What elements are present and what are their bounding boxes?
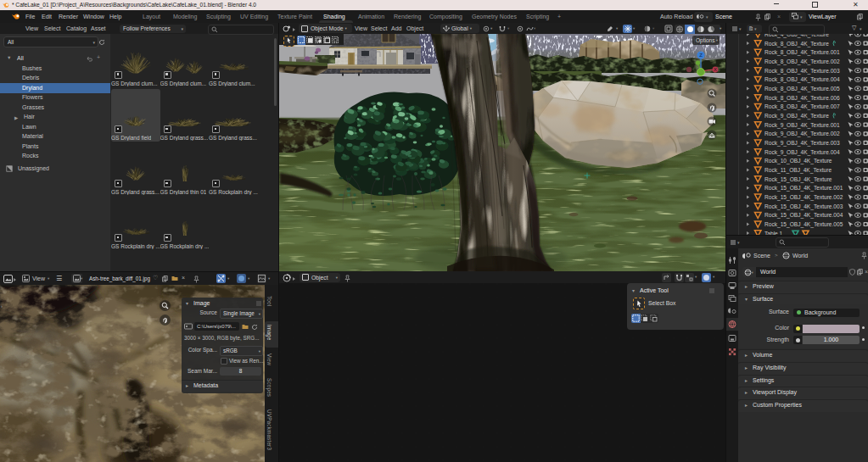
svg-text:Rock_8_OBJ_4K_Texture.002: Rock_8_OBJ_4K_Texture.002 <box>764 58 840 65</box>
svg-text:Table 1: Table 1 <box>764 231 783 236</box>
svg-text:Rock_8_OBJ_4K_Texture.007: Rock_8_OBJ_4K_Texture.007 <box>764 103 840 110</box>
svg-text:Rock_15_OBJ_4K_Texture: Rock_15_OBJ_4K_Texture <box>764 176 832 183</box>
svg-text:Rock_8_OBJ_4K_Texture.004: Rock_8_OBJ_4K_Texture.004 <box>764 76 840 83</box>
svg-text:Rock_8_OBJ_4K_Texture.006: Rock_8_OBJ_4K_Texture.006 <box>764 95 840 102</box>
svg-text:Rock_8_OBJ_4K_Texture: Rock_8_OBJ_4K_Texture <box>764 41 829 47</box>
svg-text:X: X <box>714 67 717 72</box>
svg-text:Rock_8_OBJ_4K_Texture.003: Rock_8_OBJ_4K_Texture.003 <box>764 68 840 75</box>
svg-text:Rock_9_OBJ_4K_Texture.003: Rock_9_OBJ_4K_Texture.003 <box>764 140 840 147</box>
svg-text:Rock_8_OBJ_4K_Texture.001: Rock_8_OBJ_4K_Texture.001 <box>764 49 840 56</box>
svg-text:Rock_8_OBJ_4K_Texture.005: Rock_8_OBJ_4K_Texture.005 <box>764 86 840 92</box>
svg-text:Rock_9_OBJ_4K_Texture.004: Rock_9_OBJ_4K_Texture.004 <box>764 149 840 156</box>
svg-text:Rock_10_OBJ_4K_Texture: Rock_10_OBJ_4K_Texture <box>764 158 832 164</box>
svg-text:Rock_15_OBJ_4K_Texture.005: Rock_15_OBJ_4K_Texture.005 <box>764 221 843 228</box>
svg-text:Rock_15_OBJ_4K_Texture.002: Rock_15_OBJ_4K_Texture.002 <box>764 194 843 201</box>
svg-text:Rock_15_OBJ_4K_Texture.003: Rock_15_OBJ_4K_Texture.003 <box>764 203 843 210</box>
svg-text:Rock_9_OBJ_4K_Texture.002: Rock_9_OBJ_4K_Texture.002 <box>764 131 840 137</box>
svg-text:Rock_11_OBJ_4K_Texture: Rock_11_OBJ_4K_Texture <box>764 167 832 174</box>
svg-text:Rock_15_OBJ_4K_Texture.004: Rock_15_OBJ_4K_Texture.004 <box>764 212 843 219</box>
svg-text:Rock_9_OBJ_4K_Texture.001: Rock_9_OBJ_4K_Texture.001 <box>764 122 840 129</box>
svg-text:Rock_9_OBJ_4K_Texture: Rock_9_OBJ_4K_Texture <box>764 113 829 120</box>
svg-text:Rock_15_OBJ_4K_Texture.001: Rock_15_OBJ_4K_Texture.001 <box>764 185 843 192</box>
svg-text:Z: Z <box>699 53 703 58</box>
